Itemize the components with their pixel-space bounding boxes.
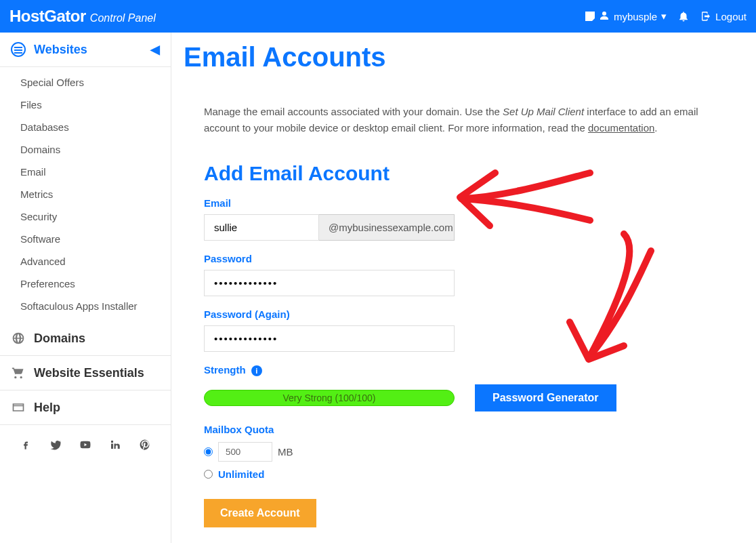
- quota-mb-row: MB: [204, 442, 722, 462]
- sidebar-item-label: Special Offers: [20, 77, 84, 88]
- strength-area: Very Strong (100/100) Password Generator: [204, 384, 722, 411]
- sidebar-item-label: Security: [20, 211, 57, 222]
- strength-label: Strength: [204, 364, 246, 376]
- sidebar: Websites ◀ Special Offers Files Database…: [0, 33, 171, 543]
- info-icon[interactable]: i: [251, 365, 262, 376]
- quota-radio-mb[interactable]: [204, 447, 213, 456]
- topbar-right: mybusple ▾ Logout: [585, 10, 747, 23]
- notifications-button[interactable]: [677, 10, 690, 22]
- sidebar-section-help[interactable]: Help: [0, 390, 171, 425]
- top-bar: HostGator Control Panel mybusple ▾ Logou…: [0, 0, 756, 33]
- sidebar-section-label: Websites: [34, 43, 87, 57]
- sidebar-item-preferences[interactable]: Preferences: [0, 273, 171, 295]
- email-input[interactable]: [204, 214, 319, 241]
- globe-icon: [11, 331, 26, 346]
- sidebar-section-label: Domains: [34, 331, 85, 346]
- linkedin-icon[interactable]: [109, 439, 121, 453]
- panel: Manage the email accounts associated wit…: [184, 85, 742, 527]
- sidebar-section-domains[interactable]: Domains: [0, 321, 171, 356]
- brand-area: HostGator Control Panel: [9, 7, 156, 26]
- quota-mb-input[interactable]: [218, 442, 272, 462]
- sidebar-section-websites[interactable]: Websites ◀: [0, 33, 171, 67]
- documentation-link[interactable]: documentation: [588, 122, 654, 134]
- sidebar-item-label: Domains: [20, 144, 60, 155]
- social-links: [0, 425, 171, 466]
- password-label: Password: [204, 253, 722, 264]
- sidebar-items: Special Offers Files Databases Domains E…: [0, 67, 171, 321]
- quota-label: Mailbox Quota: [204, 424, 722, 435]
- facebook-icon[interactable]: [20, 439, 32, 453]
- window-icon: [11, 400, 26, 415]
- password-input[interactable]: [204, 270, 455, 296]
- sidebar-item-label: Software: [20, 233, 60, 245]
- sidebar-item-label: Softaculous Apps Installer: [20, 300, 138, 312]
- sidebar-section-essentials[interactable]: Website Essentials: [0, 356, 171, 390]
- logout-link[interactable]: Logout: [700, 11, 747, 22]
- sidebar-item-files[interactable]: Files: [0, 94, 171, 116]
- sidebar-item-label: Advanced: [20, 256, 66, 267]
- email-domain-suffix: @mybusinessexample.com: [319, 214, 455, 241]
- sidebar-item-label: Email: [20, 166, 46, 178]
- caret-down-icon: ▾: [661, 10, 667, 22]
- logout-label: Logout: [715, 11, 747, 22]
- sidebar-item-email[interactable]: Email: [0, 161, 171, 183]
- sidebar-item-advanced[interactable]: Advanced: [0, 250, 171, 273]
- sidebar-item-label: Databases: [20, 121, 69, 133]
- broken-image-icon: [585, 12, 595, 21]
- intro-segment: Manage the email accounts associated wit…: [204, 106, 503, 117]
- youtube-icon[interactable]: [79, 439, 91, 453]
- quota-unit-label: MB: [278, 446, 293, 458]
- list-circle-icon: [11, 42, 26, 57]
- sidebar-item-softaculous[interactable]: Softaculous Apps Installer: [0, 295, 171, 317]
- password-again-input[interactable]: [204, 325, 455, 352]
- sidebar-item-software[interactable]: Software: [0, 228, 171, 250]
- sidebar-item-security[interactable]: Security: [0, 205, 171, 228]
- bell-icon: [677, 10, 690, 22]
- intro-emphasis: Set Up Mail Client: [503, 106, 584, 117]
- brand-name: HostGator: [9, 7, 86, 26]
- email-label: Email: [204, 197, 722, 209]
- sidebar-item-metrics[interactable]: Metrics: [0, 183, 171, 205]
- page-title: Email Accounts: [184, 33, 756, 85]
- user-icon: [599, 10, 610, 23]
- sidebar-item-special-offers[interactable]: Special Offers: [0, 71, 171, 94]
- intro-text: Manage the email accounts associated wit…: [204, 85, 722, 143]
- strength-bar: Very Strong (100/100): [204, 390, 455, 406]
- main-content: Email Accounts Manage the email accounts…: [171, 33, 756, 543]
- cart-icon: [11, 365, 26, 380]
- logout-icon: [700, 11, 711, 22]
- intro-segment: .: [654, 122, 657, 134]
- password-again-label: Password (Again): [204, 308, 722, 320]
- email-field-row: @mybusinessexample.com: [204, 214, 722, 241]
- sidebar-section-label: Help: [34, 401, 60, 415]
- add-email-heading: Add Email Account: [204, 162, 722, 185]
- sidebar-item-label: Preferences: [20, 278, 75, 289]
- sidebar-item-databases[interactable]: Databases: [0, 116, 171, 138]
- brand-subtitle: Control Panel: [90, 12, 156, 24]
- quota-radio-unlimited[interactable]: [204, 470, 213, 479]
- sidebar-section-label: Website Essentials: [34, 366, 144, 380]
- quota-unlimited-row: Unlimited: [204, 468, 722, 480]
- sidebar-item-label: Metrics: [20, 188, 53, 200]
- sidebar-item-label: Files: [20, 99, 42, 110]
- twitter-icon[interactable]: [49, 439, 62, 453]
- sidebar-item-domains[interactable]: Domains: [0, 138, 171, 161]
- password-generator-button[interactable]: Password Generator: [475, 384, 616, 411]
- user-menu[interactable]: mybusple ▾: [585, 10, 667, 23]
- chevron-left-icon: ◀: [150, 42, 160, 57]
- pinterest-icon[interactable]: [139, 439, 151, 453]
- create-account-button[interactable]: Create Account: [204, 499, 316, 527]
- strength-label-row: Strength i: [204, 364, 722, 376]
- quota-unlimited-label: Unlimited: [218, 468, 264, 480]
- username-label: mybusple: [614, 11, 657, 22]
